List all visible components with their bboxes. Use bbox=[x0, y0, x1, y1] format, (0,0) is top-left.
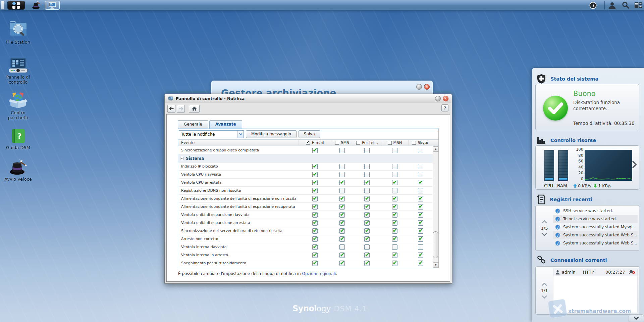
checkbox-SMS[interactable] bbox=[339, 204, 345, 210]
checkbox-MSN[interactable] bbox=[392, 252, 397, 258]
close-button[interactable]: ✕ bbox=[443, 96, 448, 101]
page-down-icon[interactable] bbox=[542, 295, 547, 298]
save-button[interactable]: Salva bbox=[299, 130, 320, 138]
checkbox-Per tel...[interactable] bbox=[364, 252, 370, 258]
checkbox-SMS[interactable] bbox=[339, 261, 345, 266]
desktop-icon-package-center[interactable]: Centro pacchetti bbox=[1, 91, 35, 121]
checkbox-SMS[interactable] bbox=[339, 196, 345, 201]
event-row[interactable]: Ventola interna riavviata bbox=[178, 243, 433, 251]
log-item[interactable]: iSystem successfully started Mysql... bbox=[553, 223, 638, 231]
channel-header-checkbox[interactable] bbox=[356, 141, 360, 145]
checkbox-MSN[interactable] bbox=[392, 180, 397, 185]
checkbox-SMS[interactable] bbox=[339, 164, 345, 169]
event-row[interactable]: Ventola CPU arrestata bbox=[178, 179, 433, 187]
checkbox-SMS[interactable] bbox=[339, 236, 345, 242]
help-button[interactable]: ? bbox=[441, 104, 448, 111]
checkbox-Skype[interactable] bbox=[418, 204, 423, 210]
checkbox-Per tel...[interactable] bbox=[364, 228, 370, 234]
group-row[interactable]: Sistema bbox=[178, 154, 433, 163]
checkbox-MSN[interactable] bbox=[392, 220, 397, 226]
window-control-panel-notification[interactable]: Pannello di controllo - Notifica ✕ ? Gen… bbox=[164, 94, 452, 284]
checkbox-Skype[interactable] bbox=[418, 148, 423, 153]
quick-launch-button[interactable] bbox=[31, 0, 42, 10]
checkbox-Per tel...[interactable] bbox=[364, 212, 370, 218]
checkbox-Skype[interactable] bbox=[418, 236, 423, 242]
sidebar-collapse-button[interactable] bbox=[629, 314, 644, 322]
event-row[interactable]: Alimentazione ridondante dell'unità di e… bbox=[178, 195, 433, 203]
checkbox-Skype[interactable] bbox=[418, 252, 423, 258]
checkbox-SMS[interactable] bbox=[339, 220, 345, 226]
log-item[interactable]: iSystem successfully started Web S... bbox=[553, 231, 638, 239]
checkbox-SMS[interactable] bbox=[339, 244, 345, 250]
checkbox-Per tel...[interactable] bbox=[364, 188, 370, 193]
checkbox-MSN[interactable] bbox=[392, 172, 397, 177]
main-menu-button[interactable] bbox=[7, 1, 25, 10]
event-row[interactable]: Ventola unità di espansione arrestata bbox=[178, 219, 433, 227]
checkbox-Per tel...[interactable] bbox=[364, 172, 370, 177]
edit-message-button[interactable]: Modifica messaggio bbox=[246, 130, 297, 138]
minimize-button[interactable] bbox=[416, 84, 422, 90]
checkbox-E-mail[interactable] bbox=[312, 261, 318, 266]
checkbox-Skype[interactable] bbox=[418, 164, 423, 169]
channel-header-checkbox[interactable] bbox=[412, 141, 416, 145]
desktop-icon-dsm-help[interactable]: ? Guida DSM bbox=[1, 128, 35, 150]
checkbox-MSN[interactable] bbox=[392, 244, 397, 250]
page-up-icon[interactable] bbox=[542, 283, 547, 286]
checkbox-Per tel...[interactable] bbox=[364, 204, 370, 210]
connection-row[interactable]: admin HTTP 00:27:27 bbox=[553, 268, 637, 276]
log-item[interactable]: iSystem successfully started Web S... bbox=[553, 239, 638, 247]
checkbox-E-mail[interactable] bbox=[312, 220, 318, 226]
checkbox-E-mail[interactable] bbox=[312, 172, 318, 177]
checkbox-Per tel...[interactable] bbox=[364, 244, 370, 250]
event-row[interactable]: Sincronizzazione del server dell'ora di … bbox=[178, 227, 433, 235]
checkbox-E-mail[interactable] bbox=[312, 164, 318, 169]
scroll-up-arrow[interactable]: ▲ bbox=[433, 146, 438, 152]
event-row[interactable]: Indirizzo IP bloccato bbox=[178, 163, 433, 171]
checkbox-E-mail[interactable] bbox=[312, 236, 318, 242]
checkbox-MSN[interactable] bbox=[392, 212, 397, 218]
tab-avanzate[interactable]: Avanzate bbox=[209, 120, 242, 129]
search-button[interactable] bbox=[621, 0, 630, 10]
event-row[interactable]: Ventola unità di espansione riavviata bbox=[178, 211, 433, 219]
checkbox-Per tel...[interactable] bbox=[364, 261, 370, 266]
event-row[interactable]: Arresto non corretto bbox=[178, 235, 433, 243]
checkbox-SMS[interactable] bbox=[339, 180, 345, 185]
checkbox-MSN[interactable] bbox=[392, 204, 397, 210]
dropdown-arrow-icon[interactable] bbox=[237, 131, 244, 138]
log-item[interactable]: iSSH service was started. bbox=[553, 207, 638, 215]
collapse-group-icon[interactable] bbox=[180, 157, 183, 160]
checkbox-Skype[interactable] bbox=[418, 196, 423, 201]
forward-button[interactable] bbox=[177, 105, 185, 113]
checkbox-Per tel...[interactable] bbox=[364, 220, 370, 226]
checkbox-MSN[interactable] bbox=[392, 188, 397, 193]
regional-options-link[interactable]: Opzioni regionali bbox=[302, 271, 336, 276]
user-menu-button[interactable] bbox=[608, 0, 616, 10]
checkbox-MSN[interactable] bbox=[392, 196, 397, 201]
checkbox-Skype[interactable] bbox=[418, 212, 423, 218]
checkbox-SMS[interactable] bbox=[339, 188, 345, 193]
checkbox-Skype[interactable] bbox=[418, 220, 423, 226]
checkbox-E-mail[interactable] bbox=[312, 180, 318, 185]
scrollbar-thumb[interactable] bbox=[433, 231, 438, 258]
checkbox-SMS[interactable] bbox=[339, 148, 345, 153]
checkbox-E-mail[interactable] bbox=[312, 148, 318, 153]
event-row[interactable]: Spegnimento per surriscaldamento bbox=[178, 259, 433, 267]
checkbox-MSN[interactable] bbox=[392, 236, 397, 242]
back-button[interactable] bbox=[167, 105, 175, 113]
pilot-view-button[interactable] bbox=[634, 0, 643, 10]
checkbox-Per tel...[interactable] bbox=[364, 164, 370, 169]
checkbox-MSN[interactable] bbox=[392, 148, 397, 153]
checkbox-SMS[interactable] bbox=[339, 252, 345, 258]
show-desktop-button[interactable] bbox=[1, 1, 4, 9]
checkbox-E-mail[interactable] bbox=[312, 252, 318, 258]
checkbox-Skype[interactable] bbox=[418, 261, 423, 266]
checkbox-E-mail[interactable] bbox=[312, 196, 318, 201]
close-button[interactable]: ✕ bbox=[424, 84, 430, 90]
checkbox-Per tel...[interactable] bbox=[364, 148, 370, 153]
checkbox-E-mail[interactable] bbox=[312, 228, 318, 234]
channel-header-checkbox[interactable] bbox=[306, 141, 310, 145]
taskbar-app-storage-manager[interactable] bbox=[45, 1, 60, 10]
checkbox-MSN[interactable] bbox=[392, 261, 397, 266]
event-row[interactable]: Alimentazione ridondante dell'unità di e… bbox=[178, 203, 433, 211]
checkbox-Skype[interactable] bbox=[418, 228, 423, 234]
